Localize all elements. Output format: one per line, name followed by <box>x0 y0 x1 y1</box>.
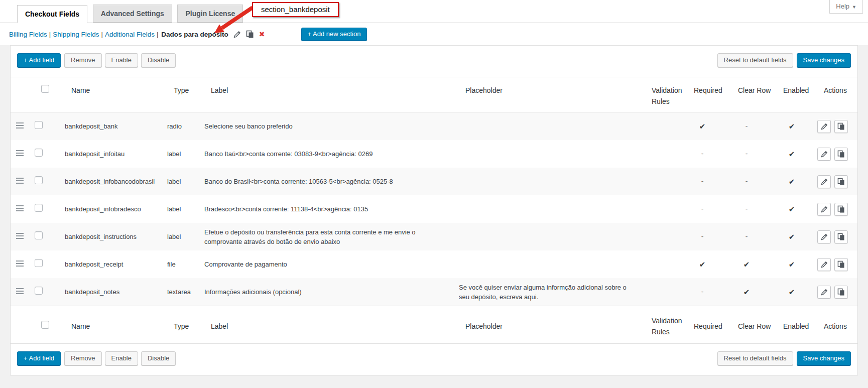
field-name: bankdeposit_notes <box>55 287 157 297</box>
copy-field-button[interactable] <box>834 258 848 271</box>
column-header-type: Type <box>164 321 201 332</box>
drag-handle-icon[interactable] <box>16 122 24 128</box>
save-changes-button[interactable]: Save changes <box>797 351 851 365</box>
row-checkbox[interactable] <box>35 204 43 212</box>
field-name: bankdeposit_receipt <box>55 260 157 269</box>
edit-section-icon[interactable] <box>233 30 241 39</box>
table-row: bankdeposit_infobradesco label Bradesco<… <box>11 195 857 223</box>
table-body: bankdeposit_bank radio Selecione seu ban… <box>11 112 857 306</box>
field-type: label <box>157 232 194 241</box>
delete-section-icon[interactable]: ✖ <box>259 30 265 38</box>
copy-field-button[interactable] <box>834 230 848 243</box>
required-mark: - <box>687 232 717 241</box>
field-name: bankdeposit_instructions <box>55 232 157 241</box>
reset-defaults-button[interactable]: Reset to default fields <box>717 53 793 67</box>
row-checkbox[interactable] <box>35 287 43 295</box>
enable-button[interactable]: Enable <box>105 53 138 67</box>
save-changes-button[interactable]: Save changes <box>797 53 851 67</box>
copy-field-button[interactable] <box>834 148 848 161</box>
field-label: Bradesco<br>conta corrente: 11138-4<br>a… <box>204 204 425 214</box>
field-label: Efetue o depósito ou transferência para … <box>204 227 425 246</box>
tab-advanced-settings[interactable]: Advanced Settings <box>93 5 172 23</box>
drag-handle-icon[interactable] <box>16 233 24 239</box>
drag-handle-icon[interactable] <box>16 178 24 184</box>
column-header-actions: Actions <box>814 85 857 96</box>
drag-handle-icon[interactable] <box>16 288 24 294</box>
table-row: bankdeposit_receipt file Comprovante de … <box>11 250 857 278</box>
drag-handle-icon[interactable] <box>16 150 24 156</box>
edit-field-button[interactable] <box>817 286 831 299</box>
separator: | <box>101 31 102 38</box>
field-type: label <box>157 204 194 214</box>
column-header-placeholder: Placeholder <box>455 321 642 332</box>
field-name: bankdeposit_infobradesco <box>55 204 157 214</box>
copy-field-button[interactable] <box>834 175 848 188</box>
clear-row-mark: ✔ <box>731 287 762 297</box>
required-mark: - <box>687 204 717 214</box>
row-checkbox[interactable] <box>35 176 43 184</box>
table-row: bankdeposit_bank radio Selecione seu ban… <box>11 112 857 140</box>
enabled-mark: ✔ <box>777 232 807 241</box>
tab-bar: Checkout Fields Advanced Settings Plugin… <box>0 0 868 23</box>
clear-row-mark: - <box>731 121 762 131</box>
clear-row-mark: - <box>731 232 762 241</box>
column-header-enabled: Enabled <box>773 321 814 332</box>
table-row: bankdeposit_instructions label Efetue o … <box>11 223 857 250</box>
column-header-clear-row: Clear Row <box>728 321 773 332</box>
column-header-name: Name <box>61 85 164 96</box>
table-footer-header: Name Type Label Placeholder Validation R… <box>11 306 857 344</box>
add-field-button[interactable]: + Add field <box>17 53 61 67</box>
fields-panel: + Add field Remove Enable Disable Reset … <box>10 45 858 375</box>
field-placeholder: Se você quiser enviar alguma informção a… <box>459 283 630 302</box>
reset-defaults-button[interactable]: Reset to default fields <box>717 351 793 365</box>
section-link-billing[interactable]: Billing Fields <box>9 31 47 38</box>
section-link-shipping[interactable]: Shipping Fields <box>53 31 99 38</box>
help-button[interactable]: Help▼ <box>829 0 863 14</box>
field-label: Comprovante de pagamento <box>204 260 425 269</box>
edit-field-button[interactable] <box>817 148 831 161</box>
annotation-callout: section_bankdeposit <box>252 2 339 17</box>
field-type: file <box>157 260 194 269</box>
section-link-additional[interactable]: Additional Fields <box>105 31 155 38</box>
add-new-section-button[interactable]: + Add new section <box>301 28 367 41</box>
row-checkbox[interactable] <box>35 231 43 239</box>
drag-handle-icon[interactable] <box>16 261 24 267</box>
edit-field-button[interactable] <box>817 258 831 271</box>
column-header-enabled: Enabled <box>773 85 814 96</box>
row-checkbox[interactable] <box>35 259 43 267</box>
disable-button[interactable]: Disable <box>141 53 176 67</box>
edit-field-button[interactable] <box>817 175 831 188</box>
add-field-button[interactable]: + Add field <box>17 351 61 365</box>
copy-section-icon[interactable] <box>246 30 254 39</box>
column-header-required: Required <box>684 85 728 96</box>
edit-field-button[interactable] <box>817 230 831 243</box>
remove-button[interactable]: Remove <box>64 351 101 365</box>
copy-field-button[interactable] <box>834 120 848 133</box>
edit-field-button[interactable] <box>817 120 831 133</box>
section-nav: Billing Fields | Shipping Fields | Addit… <box>0 23 868 45</box>
edit-field-button[interactable] <box>817 203 831 216</box>
required-mark: ✔ <box>687 260 717 269</box>
copy-field-button[interactable] <box>834 203 848 216</box>
enable-button[interactable]: Enable <box>105 351 138 365</box>
column-header-type: Type <box>164 85 201 96</box>
enabled-mark: ✔ <box>777 121 807 131</box>
column-header-label: Label <box>201 321 455 332</box>
column-header-actions: Actions <box>814 321 857 332</box>
select-all-checkbox[interactable] <box>41 85 49 93</box>
column-header-validation-rules: Validation Rules <box>642 85 684 107</box>
disable-button[interactable]: Disable <box>141 351 176 365</box>
field-type: textarea <box>157 287 194 297</box>
help-label: Help <box>836 3 849 10</box>
field-label: Selecione seu banco preferido <box>204 121 425 131</box>
tab-plugin-license[interactable]: Plugin License <box>177 5 243 23</box>
remove-button[interactable]: Remove <box>64 53 101 67</box>
row-checkbox[interactable] <box>35 121 43 129</box>
required-mark: - <box>687 287 717 297</box>
copy-field-button[interactable] <box>834 286 848 299</box>
drag-handle-icon[interactable] <box>16 205 24 211</box>
row-checkbox[interactable] <box>35 149 43 157</box>
tab-checkout-fields[interactable]: Checkout Fields <box>17 5 87 23</box>
select-all-checkbox[interactable] <box>41 321 49 329</box>
enabled-mark: ✔ <box>777 287 807 297</box>
